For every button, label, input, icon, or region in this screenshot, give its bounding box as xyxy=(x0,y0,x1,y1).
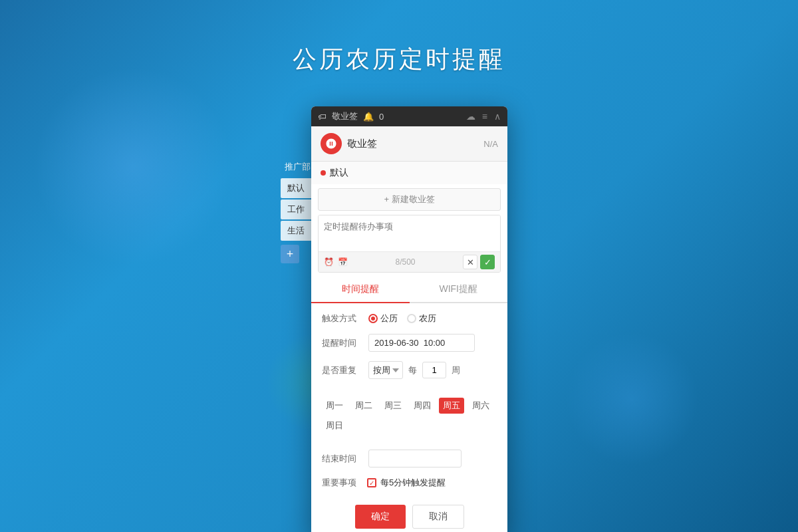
cloud-icon[interactable]: ☁ xyxy=(466,111,475,122)
menu-icon[interactable]: ≡ xyxy=(482,111,487,122)
repeat-label: 是否重复 xyxy=(322,364,362,376)
close-icon[interactable]: ∧ xyxy=(494,111,501,122)
title-bar-controls: ☁ ≡ ∧ xyxy=(466,111,501,122)
title-bar-app-name: 敬业签 xyxy=(332,110,358,122)
confirm-button[interactable]: 确定 xyxy=(355,505,406,529)
end-time-label: 结束时间 xyxy=(322,453,362,465)
weekdays-section: 周一 周二 周三 周四 周五 周六 周日 xyxy=(311,398,507,447)
tab-bar: 时间提醒 WIFI提醒 xyxy=(311,277,507,303)
weekday-tue[interactable]: 周二 xyxy=(351,398,376,414)
remind-time-label: 提醒时间 xyxy=(322,337,362,349)
trigger-label: 触发方式 xyxy=(322,313,362,325)
tab-wifi-remind[interactable]: WIFI提醒 xyxy=(410,277,508,302)
section-bullet xyxy=(321,170,326,176)
remind-time-value xyxy=(368,334,497,352)
radio-lunar-label: 农历 xyxy=(419,313,436,325)
calendar-icon[interactable]: 📅 xyxy=(338,257,348,267)
footer-buttons: 确定 取消 xyxy=(311,498,507,532)
weekday-wed[interactable]: 周三 xyxy=(380,398,406,414)
radio-lunar-dot xyxy=(407,314,416,323)
sidebar-item-default[interactable]: 默认 xyxy=(281,178,313,198)
repeat-controls: 按周 按日 按月 每 周 xyxy=(368,361,497,379)
trigger-row: 触发方式 公历 农历 xyxy=(322,313,497,325)
weekday-mon[interactable]: 周一 xyxy=(322,398,347,414)
weekday-row-2: 周日 xyxy=(322,418,497,434)
end-time-row: 结束时间 xyxy=(311,447,507,477)
trigger-options: 公历 农历 xyxy=(368,313,497,325)
per-num-input[interactable] xyxy=(422,362,446,378)
radio-lunar[interactable]: 农历 xyxy=(407,313,436,325)
per-unit: 周 xyxy=(452,364,460,376)
title-bar-left: 🏷 敬业签 🔔 0 xyxy=(318,110,384,122)
sidebar-item-life[interactable]: 生活 xyxy=(281,221,313,241)
radio-gregorian-label: 公历 xyxy=(380,313,398,325)
remind-time-input[interactable] xyxy=(368,334,475,352)
section-header: 默认 xyxy=(311,162,507,184)
note-toolbar-right: ✕ ✓ xyxy=(463,255,495,269)
note-toolbar: ⏰ 📅 8/500 ✕ ✓ xyxy=(319,251,500,272)
app-name: 敬业签 xyxy=(347,138,377,150)
new-note-button[interactable]: + 新建敬业签 xyxy=(318,188,501,211)
end-time-input[interactable] xyxy=(368,450,462,467)
important-label: 重要事项 xyxy=(322,477,362,489)
app-header: 敬业签 N/A xyxy=(311,126,507,162)
weekday-sun[interactable]: 周日 xyxy=(322,418,347,434)
bg-decoration-1 xyxy=(33,66,233,266)
repeat-row: 是否重复 按周 按日 按月 每 周 xyxy=(322,361,497,379)
confirm-note-button[interactable]: ✓ xyxy=(480,255,495,269)
logo-icon xyxy=(321,133,342,154)
app-status: N/A xyxy=(483,139,498,149)
weekday-thu[interactable]: 周四 xyxy=(410,398,435,414)
important-checkbox-label[interactable]: ✓ 每5分钟触发提醒 xyxy=(367,477,446,489)
sidebar-label: 推广部 xyxy=(281,160,315,174)
app-icon-small: 🏷 xyxy=(318,112,327,122)
weekday-sat[interactable]: 周六 xyxy=(468,398,493,414)
sidebar-item-work[interactable]: 工作 xyxy=(281,200,313,219)
notification-count: 0 xyxy=(379,112,384,122)
logo-svg xyxy=(325,138,337,150)
form-content: 触发方式 公历 农历 提醒时间 是否重复 xyxy=(311,303,507,398)
note-toolbar-left: ⏰ 📅 xyxy=(324,257,348,267)
note-area: ⏰ 📅 8/500 ✕ ✓ xyxy=(318,215,501,273)
important-check-text: 每5分钟触发提醒 xyxy=(380,477,446,489)
important-row: 重要事项 ✓ 每5分钟触发提醒 xyxy=(311,477,507,498)
char-count: 8/500 xyxy=(395,257,415,267)
radio-gregorian[interactable]: 公历 xyxy=(368,313,398,325)
sidebar-add-button[interactable]: + xyxy=(281,245,299,263)
page-title: 公历农历定时提醒 xyxy=(293,43,505,76)
section-title: 默认 xyxy=(330,167,348,179)
tab-time-remind[interactable]: 时间提醒 xyxy=(311,277,410,303)
important-checkbox[interactable]: ✓ xyxy=(367,478,376,487)
sidebar: 推广部 默认 工作 生活 + xyxy=(281,160,315,263)
remind-time-row: 提醒时间 xyxy=(322,334,497,352)
weekday-row-1: 周一 周二 周三 周四 周五 周六 xyxy=(322,398,497,414)
bell-icon: 🔔 xyxy=(363,112,374,122)
per-label: 每 xyxy=(408,364,417,376)
repeat-select[interactable]: 按周 按日 按月 xyxy=(368,361,403,379)
weekday-fri[interactable]: 周五 xyxy=(439,398,464,414)
clock-icon[interactable]: ⏰ xyxy=(324,257,334,267)
app-window: 🏷 敬业签 🔔 0 ☁ ≡ ∧ 敬业签 N/A 默认 + 新建敬业签 xyxy=(311,106,507,532)
title-bar: 🏷 敬业签 🔔 0 ☁ ≡ ∧ xyxy=(311,106,507,126)
bg-decoration-2 xyxy=(565,332,698,466)
cancel-note-button[interactable]: ✕ xyxy=(463,255,477,269)
cancel-button[interactable]: 取消 xyxy=(412,505,464,529)
radio-gregorian-dot xyxy=(368,314,378,323)
note-textarea[interactable] xyxy=(319,215,500,249)
app-logo: 敬业签 xyxy=(321,133,377,154)
